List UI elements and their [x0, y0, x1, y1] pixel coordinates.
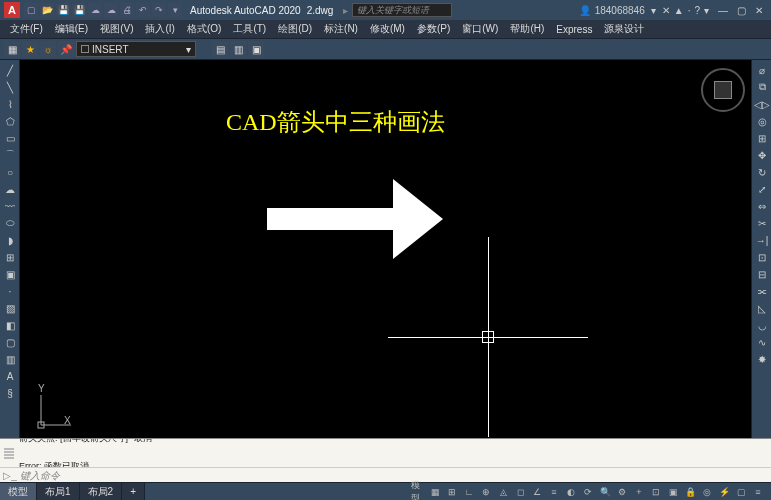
transparency-toggle-icon[interactable]: ◐: [564, 485, 578, 499]
lock-ui-icon[interactable]: 🔒: [683, 485, 697, 499]
array-tool-icon[interactable]: ⊞: [754, 130, 770, 146]
layer-properties-icon[interactable]: ▦: [4, 41, 20, 57]
tab-layout2[interactable]: 布局2: [80, 483, 123, 500]
app-logo[interactable]: A: [4, 2, 20, 18]
clean-screen-icon[interactable]: ▢: [734, 485, 748, 499]
revcloud-tool-icon[interactable]: ☁: [2, 181, 18, 197]
scale-tool-icon[interactable]: ⤢: [754, 181, 770, 197]
maximize-button[interactable]: ▢: [733, 3, 749, 17]
trim-tool-icon[interactable]: ✂: [754, 215, 770, 231]
quick-properties-icon[interactable]: ▣: [666, 485, 680, 499]
selection-cycling-icon[interactable]: ⟳: [581, 485, 595, 499]
move-tool-icon[interactable]: ✥: [754, 147, 770, 163]
workspace-icon[interactable]: ⚙: [615, 485, 629, 499]
menu-tools[interactable]: 工具(T): [229, 20, 270, 38]
menu-help[interactable]: 帮助(H): [506, 20, 548, 38]
model-space-toggle[interactable]: 模型: [411, 485, 425, 499]
user-id[interactable]: 184068846: [595, 5, 645, 16]
menu-file[interactable]: 文件(F): [6, 20, 47, 38]
grid-toggle-icon[interactable]: ▦: [428, 485, 442, 499]
osnap-toggle-icon[interactable]: ◻: [513, 485, 527, 499]
open-icon[interactable]: 📂: [40, 3, 54, 17]
new-icon[interactable]: ▢: [24, 3, 38, 17]
tab-add[interactable]: +: [122, 483, 145, 500]
exchange-icon[interactable]: ✕: [662, 5, 670, 16]
isodraft-toggle-icon[interactable]: ◬: [496, 485, 510, 499]
fillet-tool-icon[interactable]: ◡: [754, 317, 770, 333]
break-tool-icon[interactable]: ⊟: [754, 266, 770, 282]
menu-insert[interactable]: 插入(I): [141, 20, 178, 38]
hatch-tool-icon[interactable]: ▨: [2, 300, 18, 316]
signin-icon[interactable]: 👤: [579, 5, 591, 16]
make-block-icon[interactable]: ▣: [2, 266, 18, 282]
minimize-button[interactable]: —: [715, 3, 731, 17]
arc-tool-icon[interactable]: ⌒: [2, 147, 18, 163]
hardware-accel-icon[interactable]: ⚡: [717, 485, 731, 499]
menu-yuanquan[interactable]: 源泉设计: [600, 20, 648, 38]
menu-draw[interactable]: 绘图(D): [274, 20, 316, 38]
customization-icon[interactable]: ≡: [751, 485, 765, 499]
menu-modify[interactable]: 修改(M): [366, 20, 409, 38]
layer-star-icon[interactable]: ★: [22, 41, 38, 57]
cloud-open-icon[interactable]: ☁: [88, 3, 102, 17]
command-input[interactable]: 键入命令: [20, 469, 767, 483]
view-cube[interactable]: [701, 68, 745, 112]
command-grip-icon[interactable]: [4, 448, 16, 459]
otrack-toggle-icon[interactable]: ∠: [530, 485, 544, 499]
stretch-tool-icon[interactable]: ⇔: [754, 198, 770, 214]
units-icon[interactable]: ⊡: [649, 485, 663, 499]
insert-block-icon[interactable]: ⊞: [2, 249, 18, 265]
xline-tool-icon[interactable]: ╲: [2, 79, 18, 95]
layer-tool2-icon[interactable]: ▥: [230, 41, 246, 57]
help-search-input[interactable]: 键入关键字或短语: [352, 3, 452, 17]
layer-dropdown[interactable]: INSERT ▾: [76, 41, 196, 57]
join-tool-icon[interactable]: ⫘: [754, 283, 770, 299]
ellipse-tool-icon[interactable]: ⬭: [2, 215, 18, 231]
extend-tool-icon[interactable]: →|: [754, 232, 770, 248]
menu-format[interactable]: 格式(O): [183, 20, 225, 38]
command-window[interactable]: 当前箭头大小(mm,按图纸比例自动调节): <15> 箭头尖点: [回车改箭头尺…: [0, 438, 771, 482]
point-tool-icon[interactable]: ·: [2, 283, 18, 299]
cloud-save-icon[interactable]: ☁: [104, 3, 118, 17]
plot-icon[interactable]: 🖨: [120, 3, 134, 17]
rectangle-tool-icon[interactable]: ▭: [2, 130, 18, 146]
mtext-tool-icon[interactable]: A: [2, 368, 18, 384]
polygon-tool-icon[interactable]: ⬠: [2, 113, 18, 129]
menu-dimension[interactable]: 标注(N): [320, 20, 362, 38]
ellipse-arc-tool-icon[interactable]: ◗: [2, 232, 18, 248]
layer-gear-icon[interactable]: ☼: [40, 41, 56, 57]
annotation-scale-icon[interactable]: 🔍: [598, 485, 612, 499]
spline-tool-icon[interactable]: 〰: [2, 198, 18, 214]
rotate-tool-icon[interactable]: ↻: [754, 164, 770, 180]
break-point-icon[interactable]: ⊡: [754, 249, 770, 265]
command-prompt-icon[interactable]: ▷_: [4, 470, 16, 482]
help-icon[interactable]: ?: [694, 5, 700, 16]
tab-layout1[interactable]: 布局1: [37, 483, 80, 500]
social-icon[interactable]: ▲: [674, 5, 684, 16]
layer-tool3-icon[interactable]: ▣: [248, 41, 264, 57]
table-tool-icon[interactable]: ▥: [2, 351, 18, 367]
saveas-icon[interactable]: 💾: [72, 3, 86, 17]
explode-tool-icon[interactable]: ✸: [754, 351, 770, 367]
qat-dropdown-icon[interactable]: ▾: [168, 3, 182, 17]
blend-tool-icon[interactable]: ∿: [754, 334, 770, 350]
drawing-canvas[interactable]: CAD箭头中三种画法 Y X: [20, 60, 751, 438]
close-button[interactable]: ✕: [751, 3, 767, 17]
undo-icon[interactable]: ↶: [136, 3, 150, 17]
line-tool-icon[interactable]: ╱: [2, 62, 18, 78]
pline-tool-icon[interactable]: ⌇: [2, 96, 18, 112]
lineweight-toggle-icon[interactable]: ≡: [547, 485, 561, 499]
chamfer-tool-icon[interactable]: ◺: [754, 300, 770, 316]
erase-tool-icon[interactable]: ⌀: [754, 62, 770, 78]
annotation-monitor-icon[interactable]: +: [632, 485, 646, 499]
helix-tool-icon[interactable]: §: [2, 385, 18, 401]
ortho-toggle-icon[interactable]: ∟: [462, 485, 476, 499]
copy-tool-icon[interactable]: ⧉: [754, 79, 770, 95]
region-tool-icon[interactable]: ▢: [2, 334, 18, 350]
redo-icon[interactable]: ↷: [152, 3, 166, 17]
mirror-tool-icon[interactable]: ◁▷: [754, 96, 770, 112]
menu-view[interactable]: 视图(V): [96, 20, 137, 38]
layer-pin-icon[interactable]: 📌: [58, 41, 74, 57]
offset-tool-icon[interactable]: ◎: [754, 113, 770, 129]
circle-tool-icon[interactable]: ○: [2, 164, 18, 180]
